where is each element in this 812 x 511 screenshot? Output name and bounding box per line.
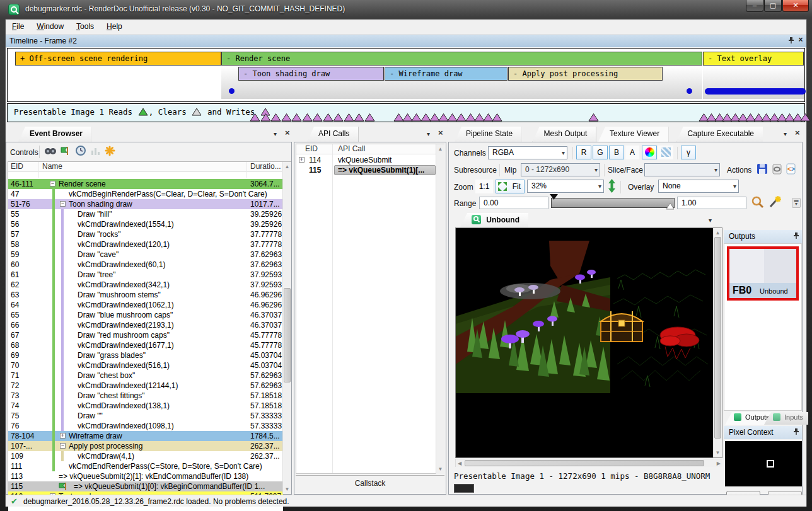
checkerboard-background-button[interactable] <box>658 146 673 159</box>
usage-marker-triangle[interactable] <box>270 113 281 122</box>
event-row[interactable]: 115=> vkQueueSubmit(1)[0]: vkBeginComman… <box>8 481 283 491</box>
event-row[interactable]: 64vkCmdDrawIndexed(1062,1)46.96296 <box>8 300 283 310</box>
event-row[interactable]: 55Draw "hill"39.25926 <box>8 209 283 219</box>
scrollbar-thumb[interactable] <box>714 237 721 439</box>
usage-marker-triangle[interactable] <box>364 113 375 122</box>
timeline-event-dot[interactable] <box>687 88 692 94</box>
channel-green-button[interactable]: G <box>593 146 608 159</box>
close-button[interactable]: ✕ <box>782 0 809 12</box>
range-slider[interactable] <box>551 198 675 208</box>
tab-texture-unbound[interactable]: Unbound <box>460 213 528 227</box>
event-row[interactable]: 113=> vkQueueSubmit(2)[1]: vkEndCommandB… <box>8 471 283 481</box>
timeline-event-dot[interactable] <box>229 88 235 94</box>
event-row[interactable]: 60vkCmdDrawIndexed(60,1)37.62963 <box>8 260 283 270</box>
zoom-level-select[interactable]: 32%▾ <box>527 180 604 193</box>
event-row[interactable]: +78-104Wireframe draw1784.5... <box>8 431 283 441</box>
column-eid[interactable]: EID <box>11 162 23 171</box>
column-eid[interactable]: EID <box>305 144 318 153</box>
link-icon[interactable] <box>772 164 783 177</box>
scroll-down-icon[interactable]: ▼ <box>283 486 291 492</box>
pixel-context-view[interactable] <box>725 441 802 486</box>
api-row[interactable]: +114vkQueueSubmit <box>296 155 436 165</box>
api-table-header[interactable]: EID API Call <box>296 144 436 154</box>
scroll-up-icon[interactable]: ▲ <box>714 230 722 236</box>
channel-red-button[interactable]: R <box>576 146 591 159</box>
channel-alpha-button[interactable]: A <box>625 146 639 159</box>
menu-window[interactable]: Window <box>30 20 70 35</box>
event-row[interactable]: 66vkCmdDrawIndexed(2193,1)46.37037 <box>8 320 283 330</box>
event-row[interactable]: 68vkCmdDrawIndexed(1677,1)45.77778 <box>8 340 283 350</box>
event-row[interactable]: 65Draw "blue mushroom caps"46.37037 <box>8 310 283 320</box>
usage-marker-triangle[interactable] <box>333 113 344 122</box>
event-row[interactable]: 56vkCmdDrawIndexed(1554,1)39.25926 <box>8 219 283 229</box>
usage-marker-triangle[interactable] <box>291 113 302 122</box>
scrollbar-thumb[interactable] <box>284 288 291 382</box>
overlay-select[interactable]: None▾ <box>658 180 739 193</box>
chevron-down-icon[interactable]: ▾ <box>274 130 277 137</box>
output-thumbnail-fb0[interactable]: FB0 Unbound <box>727 246 799 301</box>
menu-file[interactable]: File <box>6 20 30 35</box>
event-row[interactable]: 58vkCmdDrawIndexed(120,1)37.77778 <box>8 239 283 250</box>
event-row[interactable]: 62vkCmdDrawIndexed(342,1)37.92593 <box>8 280 283 290</box>
timeline-marker-bar[interactable]: - Toon shading draw <box>238 67 384 81</box>
chevron-down-icon[interactable]: ▾ <box>784 130 787 137</box>
tab-mesh-output[interactable]: Mesh Output <box>533 127 596 142</box>
usage-marker-triangle[interactable] <box>260 113 271 122</box>
usage-marker-triangle[interactable] <box>250 113 260 122</box>
image-hscrollbar[interactable]: ◀ ▶ <box>455 459 722 467</box>
title-bar[interactable]: debugmarker.rdc - RenderDoc Unofficial r… <box>0 0 812 19</box>
close-icon[interactable]: × <box>285 128 290 137</box>
event-row[interactable]: −51-76Toon shading draw1017.7... <box>8 199 283 209</box>
zoom-1to1-button[interactable]: 1:1 <box>475 180 493 193</box>
event-row[interactable]: 67Draw "red mushroom caps"45.77778 <box>8 330 283 340</box>
event-row[interactable]: 75Draw ""57.33333 <box>8 411 283 421</box>
scroll-down-icon[interactable]: ▼ <box>436 466 444 472</box>
scroll-left-icon[interactable]: ◀ <box>458 461 461 466</box>
save-icon[interactable] <box>757 163 768 177</box>
column-api-call[interactable]: API Call <box>338 144 365 153</box>
event-table-header[interactable]: EID Name Duratio... <box>8 162 282 172</box>
tab-api-calls[interactable]: API Calls <box>307 127 358 142</box>
close-icon[interactable]: × <box>438 128 443 137</box>
range-max-input[interactable]: 1.00 <box>677 197 746 209</box>
event-row[interactable]: 71Draw "chest box"57.62963 <box>8 370 283 381</box>
event-row[interactable]: 57Draw "rocks"37.77778 <box>8 229 283 239</box>
event-scrollbar[interactable]: ▲ ▼ <box>282 162 291 494</box>
scroll-down-icon[interactable]: ▼ <box>714 450 722 456</box>
maximize-button[interactable]: ▢ <box>764 0 782 12</box>
zoom-range-icon[interactable] <box>751 196 764 211</box>
scrollbar-thumb[interactable] <box>465 460 704 466</box>
tree-expander[interactable]: − <box>60 201 66 207</box>
event-row[interactable]: 69Draw "grass blades"45.03704 <box>8 350 283 360</box>
menu-help[interactable]: Help <box>100 20 129 35</box>
event-row[interactable]: 63Draw "mushroom stems"46.96296 <box>8 290 283 300</box>
tree-expander[interactable]: − <box>50 181 55 187</box>
api-row[interactable]: 115=> vkQueueSubmit(1)[... <box>296 165 436 175</box>
tab-pipeline-state[interactable]: Pipeline State <box>455 127 521 142</box>
usage-marker-triangle[interactable] <box>344 113 354 122</box>
outputs-panel-header[interactable]: Outputs <box>724 230 802 243</box>
event-row[interactable]: −46-111Render scene3064.7... <box>8 179 283 189</box>
event-row[interactable]: 72vkCmdDrawIndexed(12144,1)57.62963 <box>8 381 283 391</box>
usage-marker-triangle[interactable] <box>354 113 364 122</box>
collapse-toolbar-button[interactable]: ▬▼ <box>792 198 801 208</box>
image-vscrollbar[interactable]: ▲ ▼ <box>713 228 722 457</box>
range-min-input[interactable]: 0.00 <box>479 197 548 209</box>
event-row[interactable]: 109vkCmdDraw(4,1)262.37... <box>8 451 283 461</box>
zoom-fit-button[interactable]: Fit <box>496 180 525 193</box>
tab-event-browser[interactable]: Event Browser <box>18 127 91 142</box>
chevron-down-icon[interactable]: ▾ <box>427 130 430 137</box>
range-white-handle[interactable] <box>666 203 675 210</box>
chevron-down-icon[interactable]: ▾ <box>709 217 712 224</box>
column-duration[interactable]: Duratio... <box>250 162 281 171</box>
menu-tools[interactable]: Tools <box>70 20 100 35</box>
usage-marker-triangle[interactable] <box>492 113 502 122</box>
timeline-event-strip[interactable] <box>705 88 806 95</box>
usage-marker-triangle[interactable] <box>800 113 811 122</box>
event-row[interactable]: 59Draw "cave"37.62963 <box>8 250 283 260</box>
api-scrollbar[interactable]: ▲ ▼ <box>436 144 444 474</box>
event-row[interactable]: 73Draw "chest fittings"57.18518 <box>8 391 283 401</box>
pin-icon[interactable] <box>792 428 799 437</box>
tab-capture-executable[interactable]: Capture Executable <box>676 127 763 142</box>
close-icon[interactable]: × <box>795 128 800 137</box>
